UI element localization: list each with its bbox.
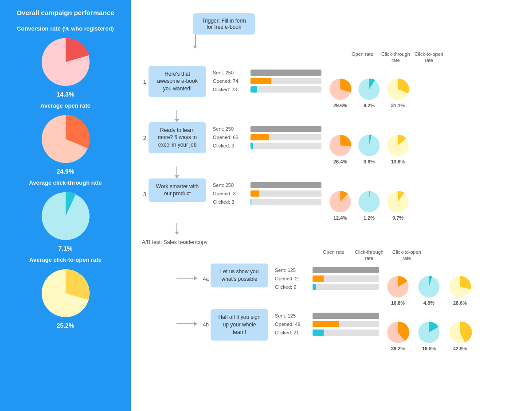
openrate-pie — [39, 112, 92, 166]
rate-open: 26.4% — [328, 122, 352, 164]
step-row: 2 Ready to learn more? 5 ways to excel i… — [140, 122, 523, 164]
connector — [176, 167, 177, 178]
ab-step-bars: Sent: 125 Opened: 21 Clicked: 6 — [275, 264, 379, 290]
rate-open-value: 12.4% — [333, 215, 347, 221]
metric-conversion-value: 14.3% — [57, 91, 74, 98]
ab-step-box: Half off if you sign up your whole team! — [211, 309, 268, 340]
ab-step: 4a Let us show you what's possible Sent:… — [200, 264, 472, 306]
metric-openrate-value: 24.9% — [57, 168, 74, 175]
rate-open-value: 29.6% — [333, 103, 347, 108]
step-bars: Sent: 250 Opened: 66 Clicked: 9 — [213, 122, 321, 149]
header-open-rate: Open rate — [346, 51, 379, 64]
step-box: Ready to learn more? 5 ways to excel in … — [149, 122, 206, 153]
opened-label: Opened: 66 — [213, 135, 250, 140]
sidebar-title: Overall campaign performance — [16, 9, 114, 16]
sent-label: Sent: 250 — [213, 182, 250, 188]
ab-branch: 4b Half off if you sign up your whole te… — [140, 309, 523, 351]
step-number: 1 — [140, 78, 149, 85]
ab-section: A/B test: Sales header/copy Open rate Cl… — [140, 239, 523, 352]
rate-ctr-value: 3.6% — [364, 159, 375, 164]
step-row: 3 Work smarter with our product Sent: 25… — [140, 178, 523, 221]
clicked-label: Clicked: 9 — [213, 143, 250, 148]
rate-ctr: 3.6% — [357, 122, 381, 164]
ab-step: 4b Half off if you sign up your whole te… — [200, 309, 472, 351]
sidebar: Overall campaign performance Conversion … — [0, 0, 131, 411]
ab-step-bars: Sent: 125 Opened: 49 Clicked: 21 — [275, 309, 379, 336]
clicked-label: Clicked: 23 — [213, 87, 250, 92]
opened-label: Opened: 31 — [213, 191, 250, 196]
ab-step-box: Let us show you what's possible — [211, 264, 268, 287]
main-container: Overall campaign performance Conversion … — [0, 0, 532, 411]
ab-label: A/B test: Sales header/copy — [142, 239, 523, 245]
metric-ctor-chart — [39, 267, 92, 320]
metric-ctor-label: Average click-to-open rate — [29, 256, 102, 263]
step-bars: Sent: 250 Opened: 31 Clicked: 3 — [213, 178, 321, 205]
metric-openrate: Average open rate 24.9% — [7, 102, 124, 175]
trigger-label: Trigger: Fill in form for free e-book — [202, 18, 246, 30]
header-ctor: Click-to-open rate — [412, 51, 446, 64]
sent-label: Sent: 250 — [213, 70, 250, 75]
rate-ctor: 13.6% — [386, 122, 410, 164]
steps-container: 1 Here's that awesome e-book you wanted!… — [140, 66, 523, 235]
rate-ctor-value: 13.6% — [391, 159, 405, 164]
ab-container: 4a Let us show you what's possible Sent:… — [140, 264, 523, 351]
clicked-label: Clicked: 3 — [213, 199, 250, 205]
metric-openrate-label: Average open rate — [40, 102, 90, 109]
step-row: 1 Here's that awesome e-book you wanted!… — [140, 66, 523, 108]
conversion-pie — [39, 35, 92, 89]
metric-ctor: Average click-to-open rate 25.2% — [7, 256, 124, 329]
metric-openrate-chart — [39, 112, 92, 166]
ab-header-open-rate: Open rate — [317, 249, 350, 262]
trigger-box: Trigger: Fill in form for free e-book — [193, 13, 255, 35]
metric-ctr-value: 7.1% — [59, 245, 73, 252]
ab-branch: 4a Let us show you what's possible Sent:… — [140, 264, 523, 306]
rate-ctr: 1.2% — [357, 178, 381, 221]
main-area: Trigger: Fill in form for free e-book Op… — [131, 0, 532, 411]
rate-ctor: 31.1% — [386, 66, 410, 108]
step-number: 3 — [140, 191, 149, 198]
opened-label: Opened: 74 — [213, 78, 250, 84]
rate-ctr-value: 1.2% — [364, 215, 375, 221]
ctor-pie — [39, 267, 92, 320]
rate-ctor-value: 31.1% — [391, 103, 405, 108]
ab-step-number: 4b — [200, 322, 211, 328]
rate-ctor: 9.7% — [386, 178, 410, 221]
metric-conversion-label: Conversion rate (% who registered) — [17, 25, 114, 32]
step-box: Work smarter with our product — [149, 178, 206, 202]
connector — [176, 110, 177, 122]
metric-ctor-value: 25.2% — [57, 322, 74, 329]
rate-headers: Open rate Click-through rate Click-to-op… — [270, 51, 523, 64]
ctr-pie — [39, 190, 92, 243]
ab-header-ctor: Click-to-open rate — [388, 249, 426, 262]
metric-ctr-label: Average click-through rate — [29, 179, 102, 186]
rate-ctr-value: 9.2% — [364, 103, 375, 108]
connector — [176, 223, 177, 235]
ab-header-ctr: Click-through rate — [350, 249, 388, 262]
metric-conversion-chart — [39, 35, 92, 89]
metric-ctr-chart — [39, 190, 92, 243]
header-ctr: Click-through rate — [379, 51, 412, 64]
step-number: 2 — [140, 135, 149, 141]
rate-open: 29.6% — [328, 66, 352, 108]
rate-open: 12.4% — [328, 178, 352, 221]
sent-label: Sent: 250 — [213, 126, 250, 132]
rate-ctor-value: 9.7% — [392, 215, 403, 221]
step-bars: Sent: 250 Opened: 74 Clicked: 23 — [213, 66, 321, 93]
rate-open-value: 26.4% — [333, 159, 347, 164]
ab-rate-headers: Open rate Click-through rate Click-to-op… — [317, 249, 523, 262]
ab-step-number: 4a — [200, 276, 211, 282]
step-box: Here's that awesome e-book you wanted! — [149, 66, 206, 97]
metric-conversion: Conversion rate (% who registered) 14.3% — [7, 25, 124, 98]
metric-ctr: Average click-through rate 7.1% — [7, 179, 124, 252]
rate-ctr: 9.2% — [357, 66, 381, 108]
